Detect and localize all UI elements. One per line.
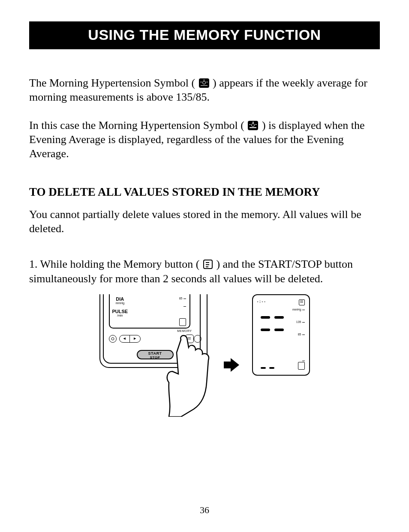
- page-title: USING THE MEMORY FUNCTION: [29, 21, 380, 49]
- button-row: ◄ ►: [109, 334, 201, 344]
- memory-button[interactable]: [185, 335, 194, 343]
- device-illustration: DIA mmHg PULSE /min 85 MEMORY: [99, 294, 211, 414]
- dia-label: DIA: [116, 296, 124, 302]
- stop-label: STOP: [138, 356, 173, 360]
- page-number: 36: [0, 505, 409, 516]
- time-value: - : - -: [257, 299, 266, 305]
- morning-hypertension-icon: [248, 121, 258, 130]
- tick-85: 85: [298, 333, 301, 336]
- svg-marker-0: [224, 358, 239, 372]
- value-dashes-icon: [261, 329, 305, 331]
- body: The Morning Hypertension Symbol ( ) appe…: [29, 76, 380, 414]
- arrow-right-icon: [223, 356, 240, 374]
- scale: 85: [175, 296, 186, 326]
- paragraph-2: In this case the Morning Hypertension Sy…: [29, 118, 380, 161]
- start-label: START: [148, 351, 162, 356]
- dia-unit: mmHg: [112, 302, 128, 305]
- section-heading: TO DELETE ALL VALUES STORED IN THE MEMOR…: [29, 185, 380, 200]
- figure: DIA mmHg PULSE /min 85 MEMORY: [29, 294, 380, 414]
- left-arrow-button[interactable]: ◄: [120, 335, 130, 342]
- morning-hypertension-icon: [199, 78, 209, 88]
- text: The Morning Hypertension Symbol (: [29, 77, 195, 89]
- start-stop-button[interactable]: START STOP: [137, 350, 174, 359]
- power-button[interactable]: [194, 335, 201, 343]
- manual-page: USING THE MEMORY FUNCTION The Morning Hy…: [0, 0, 409, 532]
- right-arrow-button[interactable]: ►: [130, 335, 140, 342]
- unit-label: mmHg: [292, 308, 301, 311]
- value-dashes-icon: [261, 367, 274, 369]
- device-screen: DIA mmHg PULSE /min 85: [109, 294, 190, 329]
- scale-box-icon: [298, 362, 305, 370]
- memory-icon: [203, 260, 213, 269]
- pulse-unit: /min: [112, 314, 128, 317]
- paragraph-1: The Morning Hypertension Symbol ( ) appe…: [29, 76, 380, 105]
- memory-label: MEMORY: [177, 329, 192, 333]
- tick-85: 85: [179, 297, 183, 300]
- text: In this case the Morning Hypertension Sy…: [29, 119, 244, 132]
- result-display: - : - - mmHg 135 85: [252, 294, 310, 376]
- memory-icon: [299, 299, 305, 305]
- step-1: 1. While holding the Memory button ( ) a…: [29, 257, 380, 286]
- arrow-buttons[interactable]: ◄ ►: [119, 335, 141, 343]
- section-intro: You cannot partially delete values store…: [29, 207, 380, 236]
- pulse-label: PULSE: [112, 309, 128, 314]
- text: While holding the Memory button (: [38, 258, 200, 270]
- step-number: 1.: [29, 258, 38, 270]
- clock-button[interactable]: [109, 335, 117, 343]
- value-dashes-icon: [261, 316, 305, 319]
- scale-box-icon: [179, 318, 186, 326]
- tick-135: 135: [296, 320, 301, 323]
